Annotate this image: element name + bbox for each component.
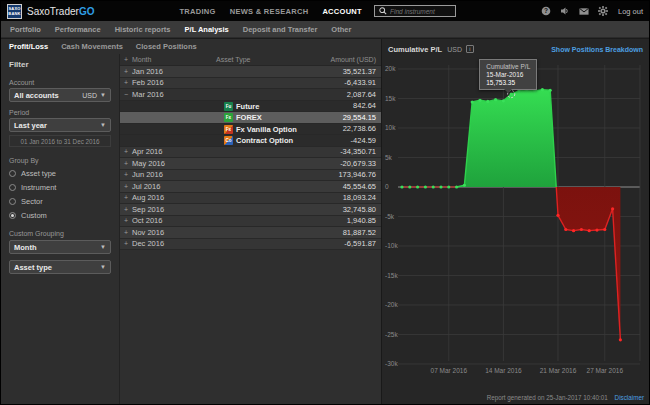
data-point[interactable] — [447, 185, 450, 188]
instrument-search[interactable] — [374, 5, 456, 17]
nav-tab-other[interactable]: Other — [331, 25, 351, 34]
table-row[interactable]: −Mar 20162,087.64 — [120, 89, 381, 101]
data-point[interactable] — [471, 100, 474, 103]
nav-tab-deposit-and-transfer[interactable]: Deposit and Transfer — [243, 25, 318, 34]
nav-tab-historic-reports[interactable]: Historic reports — [115, 25, 171, 34]
data-point[interactable] — [517, 89, 520, 92]
table-row[interactable]: +Apr 2016-34,350.71 — [120, 147, 381, 159]
table-row[interactable]: +Jul 201645,554.65 — [120, 181, 381, 193]
expander-icon[interactable]: + — [120, 183, 132, 190]
help-icon[interactable]: ? — [541, 6, 551, 16]
data-point[interactable] — [549, 89, 552, 92]
data-point[interactable] — [595, 228, 598, 231]
table-row[interactable]: +Feb 2016-6,433.91 — [120, 78, 381, 90]
nav-tab-p-l-analysis[interactable]: P/L Analysis — [185, 25, 229, 34]
positive-area — [402, 90, 556, 187]
groupby-radio-sector[interactable]: Sector — [9, 197, 111, 206]
groupby-radio-custom[interactable]: Custom — [9, 211, 111, 220]
table-row[interactable]: +May 2016-20,679.33 — [120, 158, 381, 170]
groupby-radio-asset-type[interactable]: Asset type — [9, 169, 111, 178]
data-point[interactable] — [619, 338, 622, 341]
table-row[interactable]: +Dec 2016-6,591.87 — [120, 239, 381, 251]
data-point[interactable] — [564, 228, 567, 231]
subtab-profit-loss[interactable]: Profit/Loss — [9, 42, 48, 51]
grouping-secondary-dropdown[interactable]: Asset type ▼ — [9, 260, 111, 274]
expander-icon[interactable]: − — [120, 91, 132, 98]
expander-icon[interactable]: + — [120, 160, 132, 167]
data-point[interactable] — [463, 184, 466, 187]
grouping-primary-dropdown[interactable]: Month ▼ — [9, 240, 111, 254]
left-region: Profit/LossCash MovementsClosed Position… — [1, 39, 381, 404]
search-input[interactable] — [390, 8, 452, 15]
data-point[interactable] — [510, 92, 513, 95]
account-dropdown[interactable]: All accounts USD ▼ — [9, 88, 111, 102]
disclaimer-link[interactable]: Disclaimer — [615, 394, 644, 401]
table-row[interactable]: FxFOREX29,554.15 — [120, 112, 381, 124]
data-point[interactable] — [572, 229, 575, 232]
speaker-icon[interactable] — [560, 6, 570, 16]
info-icon[interactable]: i — [466, 45, 474, 53]
data-point[interactable] — [502, 99, 505, 102]
data-point[interactable] — [408, 185, 411, 188]
data-point[interactable] — [611, 207, 614, 210]
table-row[interactable]: +Jun 2016173,946.76 — [120, 170, 381, 182]
expander-icon[interactable]: + — [120, 79, 132, 86]
subtab-closed-positions[interactable]: Closed Positions — [136, 42, 197, 51]
expand-all-header[interactable]: + — [120, 56, 132, 63]
table-row[interactable]: +Jan 201635,521.37 — [120, 66, 381, 78]
data-point[interactable] — [494, 98, 497, 101]
month-column-header[interactable]: Month — [132, 56, 216, 63]
table-row[interactable]: FuFuture842.64 — [120, 101, 381, 113]
positions-breakdown-link[interactable]: Show Positions Breakdown — [551, 46, 643, 53]
data-point[interactable] — [533, 89, 536, 92]
table-row[interactable]: +Oct 20161,940.85 — [120, 216, 381, 228]
menu-trading[interactable]: TRADING — [179, 7, 215, 16]
subtab-cash-movements[interactable]: Cash Movements — [61, 42, 123, 51]
period-dropdown[interactable]: Last year ▼ — [9, 118, 111, 132]
expander-icon[interactable]: + — [120, 68, 132, 75]
logo-text-bank: BANK — [8, 11, 20, 16]
data-point[interactable] — [588, 229, 591, 232]
expander-icon[interactable]: + — [120, 240, 132, 247]
table-row[interactable]: FxFx Vanilla Option22,738.66 — [120, 124, 381, 136]
asset-type-column-header[interactable]: Asset Type — [216, 56, 305, 63]
expander-icon[interactable]: + — [120, 171, 132, 178]
menu-news-research[interactable]: NEWS & RESEARCH — [230, 7, 309, 16]
data-point[interactable] — [455, 185, 458, 188]
nav-tab-performance[interactable]: Performance — [55, 25, 101, 34]
data-point[interactable] — [486, 100, 489, 103]
x-axis-label: 07 Mar 2016 — [431, 367, 468, 374]
data-point[interactable] — [580, 228, 583, 231]
data-point[interactable] — [556, 214, 559, 217]
table-row[interactable]: +Nov 201681,887.52 — [120, 227, 381, 239]
amount-cell: 2,087.64 — [305, 90, 381, 99]
expander-icon[interactable]: + — [120, 217, 132, 224]
data-point[interactable] — [424, 185, 427, 188]
saxo-bank-logo[interactable]: SAXO BANK — [7, 4, 22, 19]
data-point[interactable] — [416, 185, 419, 188]
expander-icon[interactable]: + — [120, 206, 132, 213]
table-row[interactable]: +Aug 201618,093.24 — [120, 193, 381, 205]
nav-tab-portfolio[interactable]: Portfolio — [10, 25, 41, 34]
data-point[interactable] — [478, 99, 481, 102]
cumulative-pl-chart[interactable]: 20k15k10k5k0-5k-10k-15k-20k-25k-30k07 Ma… — [382, 59, 650, 389]
data-point[interactable] — [432, 185, 435, 188]
settings-gear-icon[interactable] — [598, 6, 608, 16]
expander-icon[interactable]: + — [120, 194, 132, 201]
table-row[interactable]: +Sep 201632,745.80 — [120, 204, 381, 216]
left-body: Filter Account All accounts USD ▼ Period… — [1, 54, 381, 404]
data-point[interactable] — [541, 88, 544, 91]
expander-icon[interactable]: + — [120, 148, 132, 155]
table-row[interactable]: CoContract Option-424.59 — [120, 135, 381, 147]
logout-button[interactable]: Log out — [618, 7, 643, 16]
y-axis-label: -20k — [385, 301, 398, 308]
data-point[interactable] — [525, 88, 528, 91]
amount-column-header[interactable]: Amount (USD) — [305, 56, 381, 63]
menu-account[interactable]: ACCOUNT — [322, 7, 362, 16]
groupby-radio-instrument[interactable]: Instrument — [9, 183, 111, 192]
mail-icon[interactable] — [579, 6, 589, 16]
data-point[interactable] — [603, 228, 606, 231]
data-point[interactable] — [439, 185, 442, 188]
data-point[interactable] — [400, 185, 403, 188]
expander-icon[interactable]: + — [120, 229, 132, 236]
